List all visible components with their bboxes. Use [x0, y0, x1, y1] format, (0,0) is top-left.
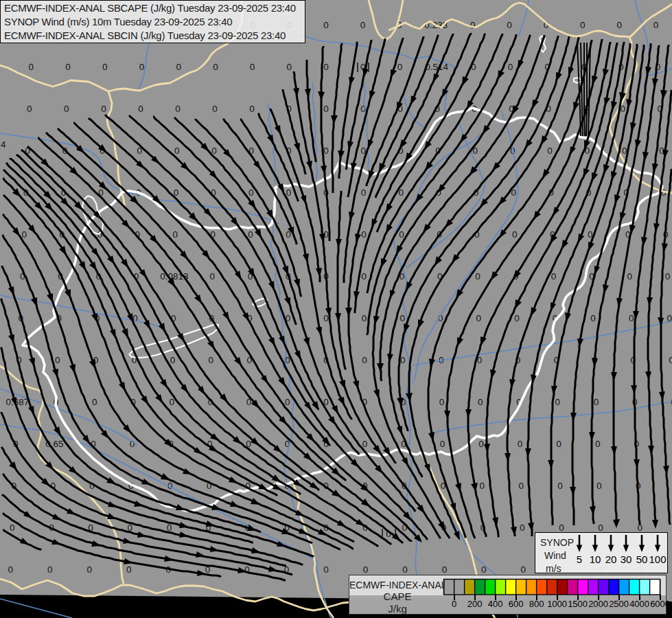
svg-text:0: 0: [213, 62, 218, 72]
svg-text:0: 0: [475, 271, 480, 282]
svg-text:0: 0: [478, 397, 483, 407]
svg-text:0: 0: [126, 564, 132, 575]
svg-text:0: 0: [362, 271, 367, 282]
svg-text:0: 0: [249, 104, 255, 114]
svg-text:0: 0: [174, 146, 180, 156]
svg-text:0: 0: [470, 20, 476, 30]
svg-text:0: 0: [27, 104, 32, 114]
svg-text:0: 0: [547, 146, 553, 156]
svg-text:0: 0: [29, 62, 34, 72]
svg-text:0: 0: [627, 271, 632, 282]
svg-text:0: 0: [397, 62, 403, 72]
svg-text:0: 0: [138, 104, 143, 114]
svg-text:0: 0: [360, 20, 366, 30]
svg-text:0: 0: [555, 397, 561, 407]
svg-text:0: 0: [362, 355, 367, 365]
svg-text:0: 0: [170, 355, 176, 365]
svg-text:0: 0: [248, 229, 253, 240]
svg-text:0: 0: [669, 355, 672, 365]
svg-text:0: 0: [285, 397, 290, 407]
svg-text:0: 0: [175, 104, 181, 114]
svg-text:0: 0: [323, 104, 329, 114]
svg-text:0: 0: [598, 523, 603, 533]
svg-text:0: 0: [139, 62, 145, 72]
svg-text:0: 0: [442, 564, 448, 575]
svg-text:0: 0: [64, 104, 69, 114]
svg-text:0: 0: [65, 62, 71, 72]
svg-text:0: 0: [399, 313, 405, 323]
svg-text:0: 0: [551, 271, 557, 282]
svg-text:0: 0: [101, 104, 106, 114]
svg-text:0: 0: [512, 229, 518, 240]
svg-text:0: 0: [362, 313, 367, 323]
svg-text:0: 0: [616, 20, 622, 30]
svg-text:0: 0: [362, 439, 368, 449]
svg-text:0: 0: [248, 187, 254, 198]
svg-text:4: 4: [1, 139, 6, 150]
svg-text:0: 0: [629, 313, 634, 323]
svg-text:0: 0: [286, 187, 292, 198]
svg-text:0: 0: [402, 564, 408, 575]
svg-text:0: 0: [594, 397, 599, 407]
svg-text:0: 0: [323, 146, 329, 156]
svg-text:0: 0: [595, 439, 601, 449]
svg-text:0: 0: [323, 313, 329, 323]
svg-text:0: 0: [209, 355, 214, 365]
svg-text:0: 0: [361, 187, 367, 198]
svg-text:0: 0: [287, 62, 292, 72]
svg-text:0: 0: [520, 523, 525, 533]
svg-text:0: 0: [323, 20, 329, 30]
svg-text:0: 0: [55, 355, 60, 365]
svg-text:0: 0: [521, 564, 526, 575]
svg-text:0: 0: [556, 439, 561, 449]
svg-text:0: 0: [559, 523, 564, 533]
svg-text:0: 0: [10, 523, 15, 533]
svg-text:0: 0: [596, 481, 602, 491]
svg-text:0: 0: [169, 397, 174, 407]
svg-text:0: 0: [8, 564, 14, 575]
svg-text:0: 0: [212, 104, 218, 114]
svg-text:0: 0: [518, 481, 524, 491]
svg-text:0: 0: [172, 229, 178, 240]
svg-text:0: 0: [209, 271, 215, 282]
svg-text:0: 0: [250, 62, 255, 72]
svg-text:0: 0: [363, 564, 369, 575]
svg-text:0: 0: [323, 62, 329, 72]
svg-text:0: 0: [508, 62, 513, 72]
svg-text:0: 0: [518, 439, 523, 449]
svg-text:0: 0: [92, 397, 97, 407]
svg-text:0: 0: [399, 229, 404, 240]
svg-text:0: 0: [478, 439, 484, 449]
svg-text:0: 0: [557, 481, 563, 491]
svg-text:0: 0: [176, 62, 181, 72]
svg-text:0: 0: [590, 313, 596, 323]
svg-text:0: 0: [514, 313, 520, 323]
svg-text:0: 0: [622, 146, 627, 156]
svg-text:0: 0: [86, 564, 92, 575]
svg-text:0: 0: [653, 20, 659, 30]
svg-text:0: 0: [580, 20, 586, 30]
svg-text:0: 0: [22, 229, 27, 240]
svg-text:0: 0: [323, 564, 329, 575]
svg-text:0: 0: [480, 481, 485, 491]
svg-text:0: 0: [476, 313, 482, 323]
svg-text:0: 0: [507, 20, 512, 30]
svg-text:0: 0: [102, 62, 108, 72]
svg-text:0: 0: [440, 439, 445, 449]
svg-text:0: 0: [665, 271, 671, 282]
svg-text:0: 0: [439, 397, 445, 407]
svg-text:0: 0: [47, 564, 53, 575]
svg-text:0: 0: [386, 529, 391, 539]
svg-text:0: 0: [361, 229, 367, 240]
